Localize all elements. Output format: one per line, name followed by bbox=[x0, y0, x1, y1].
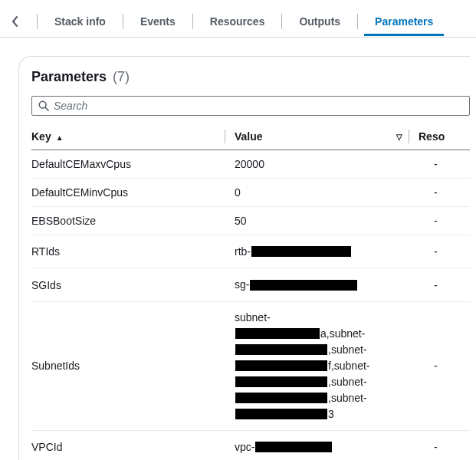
redacted-value bbox=[235, 376, 327, 387]
tab-events[interactable]: Events bbox=[130, 8, 186, 35]
cell-value: 50 bbox=[235, 207, 419, 235]
table-row: SGIdssg-- bbox=[31, 268, 470, 301]
tabs-bar: Stack info Events Resources Outputs Para… bbox=[0, 0, 476, 38]
redacted-value bbox=[235, 360, 327, 371]
parameters-table: Key▲ Value ▽ Reso DefaultCEMaxvCpus bbox=[31, 123, 470, 460]
tab-separator bbox=[357, 14, 358, 29]
redacted-value bbox=[235, 393, 327, 403]
redacted-value bbox=[235, 328, 320, 339]
search-box[interactable] bbox=[31, 96, 470, 116]
redacted-value bbox=[251, 246, 351, 257]
tab-separator bbox=[281, 14, 282, 29]
cell-resolved: - bbox=[419, 150, 470, 179]
cell-value: 20000 bbox=[235, 150, 419, 179]
tab-resources[interactable]: Resources bbox=[199, 8, 276, 35]
search-icon bbox=[38, 100, 49, 111]
cell-key: VPCId bbox=[31, 430, 235, 460]
cell-key: SGIds bbox=[31, 268, 235, 301]
panel-title: Parameters bbox=[31, 69, 107, 85]
column-header-value[interactable]: Value ▽ bbox=[235, 123, 419, 150]
tab-separator bbox=[37, 14, 38, 29]
cell-key: DefaultCEMinvCpus bbox=[31, 179, 235, 207]
column-header-resolved[interactable]: Reso bbox=[419, 123, 470, 150]
column-resize-handle[interactable] bbox=[225, 130, 225, 143]
redacted-value bbox=[250, 280, 357, 291]
cell-value: 0 bbox=[235, 179, 419, 207]
panel-count: (7) bbox=[113, 69, 130, 85]
table-row: DefaultCEMinvCpus0- bbox=[31, 179, 470, 207]
sort-desc-icon: ▽ bbox=[396, 133, 402, 141]
redacted-value bbox=[255, 442, 332, 452]
parameters-panel: Parameters (7) Key▲ Value ▽ bbox=[18, 56, 470, 460]
cell-resolved: - bbox=[419, 179, 470, 207]
tab-parameters[interactable]: Parameters bbox=[364, 8, 444, 35]
cell-value: rtb- bbox=[235, 235, 419, 268]
cell-resolved: - bbox=[419, 268, 470, 301]
table-row: DefaultCEMaxvCpus20000- bbox=[31, 150, 470, 179]
cell-resolved: - bbox=[419, 207, 470, 235]
svg-line-1 bbox=[45, 107, 48, 110]
sort-asc-icon: ▲ bbox=[56, 133, 64, 142]
search-input[interactable] bbox=[54, 100, 463, 112]
cell-value: sg- bbox=[235, 268, 419, 301]
table-row: EBSBootSize50- bbox=[31, 207, 470, 235]
cell-value: subnet-a,subnet-,subnet-f,subnet-,subnet… bbox=[235, 301, 419, 430]
panel-header: Parameters (7) bbox=[31, 69, 470, 85]
column-resize-handle[interactable] bbox=[409, 130, 409, 143]
cell-value: vpc- bbox=[235, 430, 419, 460]
cell-resolved: - bbox=[419, 235, 470, 268]
cell-resolved: - bbox=[419, 430, 470, 460]
tab-separator bbox=[123, 14, 123, 29]
cell-key: RTIds bbox=[31, 235, 235, 268]
tab-separator bbox=[192, 14, 193, 29]
cell-key: EBSBootSize bbox=[31, 207, 235, 235]
column-header-key[interactable]: Key▲ bbox=[31, 123, 235, 150]
chevron-left-icon bbox=[11, 15, 19, 28]
redacted-value bbox=[235, 344, 327, 355]
tab-stack-info[interactable]: Stack info bbox=[44, 8, 117, 35]
redacted-value bbox=[235, 409, 327, 419]
table-row: SubnetIdssubnet-a,subnet-,subnet-f,subne… bbox=[31, 301, 470, 430]
table-row: RTIdsrtb-- bbox=[31, 235, 470, 268]
cell-key: SubnetIds bbox=[31, 301, 235, 430]
tabs-back-button[interactable] bbox=[0, 6, 31, 37]
table-row: VPCIdvpc-- bbox=[31, 430, 470, 460]
cell-resolved: - bbox=[419, 301, 470, 430]
cell-key: DefaultCEMaxvCpus bbox=[31, 150, 235, 179]
tab-outputs[interactable]: Outputs bbox=[288, 8, 351, 35]
